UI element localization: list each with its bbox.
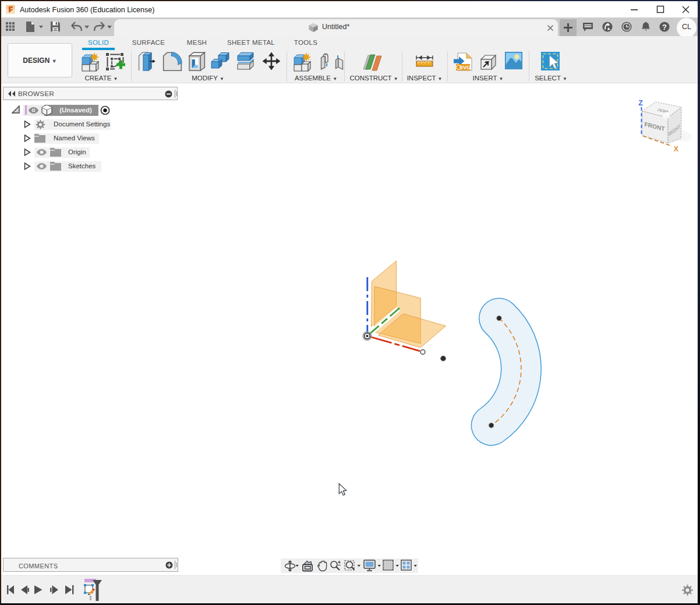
svg-text:X: X xyxy=(674,145,679,153)
svg-text:Z: Z xyxy=(638,99,643,107)
